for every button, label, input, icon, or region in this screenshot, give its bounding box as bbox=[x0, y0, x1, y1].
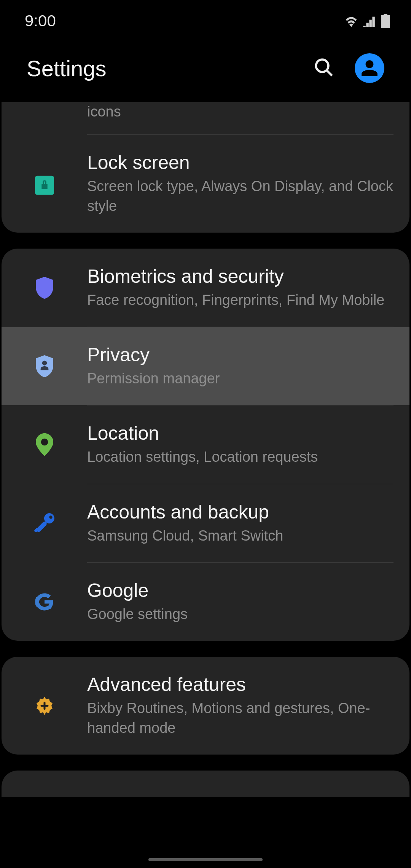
svg-point-4 bbox=[41, 439, 48, 445]
settings-list[interactable]: icons Lock screen Screen lock type, Alwa… bbox=[0, 102, 411, 797]
status-bar: 9:00 bbox=[0, 0, 411, 38]
setting-subtitle: Samsung Cloud, Smart Switch bbox=[87, 526, 394, 546]
setting-row-privacy[interactable]: Privacy Permission manager bbox=[2, 327, 409, 405]
setting-subtitle: Google settings bbox=[87, 605, 394, 624]
svg-point-6 bbox=[49, 516, 52, 519]
google-g-icon bbox=[34, 592, 55, 612]
person-icon bbox=[360, 59, 379, 78]
battery-icon bbox=[381, 14, 390, 28]
setting-row-biometrics[interactable]: Biometrics and security Face recognition… bbox=[2, 249, 409, 327]
location-pin-icon bbox=[36, 433, 53, 456]
navigation-handle[interactable] bbox=[148, 858, 263, 861]
search-button[interactable] bbox=[314, 57, 334, 79]
setting-subtitle: Permission manager bbox=[87, 369, 394, 388]
setting-title: Advanced features bbox=[87, 673, 394, 696]
page-title: Settings bbox=[27, 56, 107, 81]
svg-point-3 bbox=[42, 361, 46, 365]
settings-group-partial-top: icons Lock screen Screen lock type, Alwa… bbox=[2, 102, 409, 233]
svg-point-5 bbox=[44, 514, 54, 524]
settings-group-advanced: Advanced features Bixby Routines, Motion… bbox=[2, 657, 409, 755]
setting-row-location[interactable]: Location Location settings, Location req… bbox=[2, 405, 409, 483]
setting-subtitle: Location settings, Location requests bbox=[87, 447, 394, 467]
status-time: 9:00 bbox=[25, 12, 56, 30]
setting-subtitle: Bixby Routines, Motions and gestures, On… bbox=[87, 699, 394, 738]
settings-group-partial-bottom bbox=[2, 771, 409, 797]
setting-title: Accounts and backup bbox=[87, 501, 394, 523]
signal-icon bbox=[363, 15, 377, 27]
setting-title: Biometrics and security bbox=[87, 265, 394, 287]
setting-row-google[interactable]: Google Google settings bbox=[2, 563, 409, 641]
status-icons bbox=[344, 14, 390, 28]
wifi-icon bbox=[344, 15, 359, 27]
svg-line-1 bbox=[327, 71, 332, 76]
setting-title: Privacy bbox=[87, 344, 394, 366]
settings-group-security: Biometrics and security Face recognition… bbox=[2, 249, 409, 641]
setting-row-accounts[interactable]: Accounts and backup Samsung Cloud, Smart… bbox=[2, 484, 409, 562]
svg-point-0 bbox=[316, 59, 328, 72]
app-header: Settings bbox=[0, 38, 411, 102]
setting-row-lockscreen[interactable]: Lock screen Screen lock type, Always On … bbox=[2, 135, 409, 233]
setting-title: Lock screen bbox=[87, 152, 394, 174]
setting-row-display-partial[interactable]: icons bbox=[2, 102, 409, 134]
privacy-shield-icon bbox=[35, 355, 54, 377]
gear-plus-icon bbox=[34, 695, 55, 716]
lock-icon bbox=[35, 173, 54, 195]
setting-subtitle: Screen lock type, Always On Display, and… bbox=[87, 177, 394, 216]
setting-title: Location bbox=[87, 422, 394, 444]
search-icon bbox=[314, 57, 334, 77]
header-actions bbox=[314, 53, 384, 83]
shield-icon bbox=[35, 277, 54, 299]
setting-subtitle: icons bbox=[87, 102, 394, 121]
setting-title: Google bbox=[87, 579, 394, 602]
setting-subtitle: Face recognition, Fingerprints, Find My … bbox=[87, 290, 394, 310]
setting-row-advanced[interactable]: Advanced features Bixby Routines, Motion… bbox=[2, 657, 409, 755]
key-icon bbox=[33, 512, 56, 534]
account-avatar[interactable] bbox=[355, 53, 384, 83]
